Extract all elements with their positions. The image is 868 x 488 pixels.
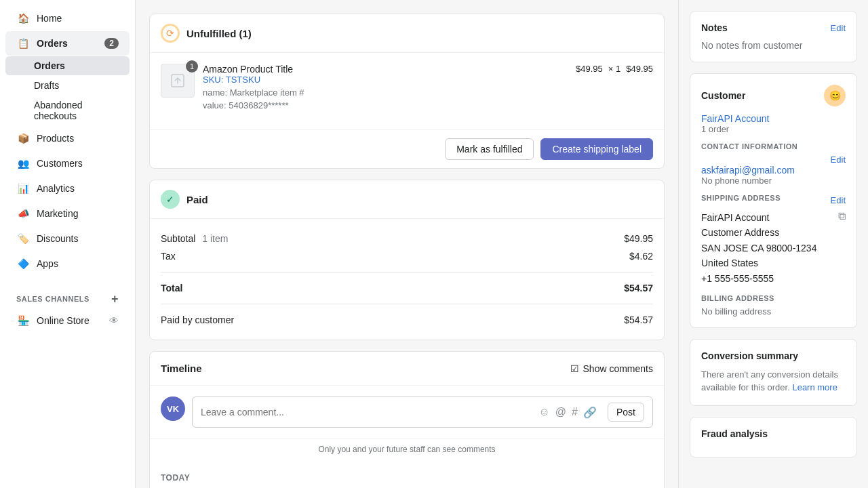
emoji-icon[interactable]: ☺ <box>538 406 549 419</box>
sidebar-item-online-store[interactable]: 🏪 Online Store 👁 <box>5 308 130 333</box>
shipping-address-block: FairAPI Account Customer Address SAN JOS… <box>701 210 816 286</box>
sidebar-label-apps: Apps <box>37 258 58 269</box>
sku-value: TSTSKU <box>226 75 260 85</box>
total-value: $54.57 <box>624 283 653 293</box>
product-sku-row: SKU: TSTSKU <box>203 75 568 85</box>
subtotal-text: Subtotal <box>161 233 195 244</box>
shipping-address-label: SHIPPING ADDRESS <box>701 194 781 202</box>
tax-row: Tax $4.62 <box>161 247 653 265</box>
shipping-name: FairAPI Account <box>701 210 816 225</box>
contact-edit-button[interactable]: Edit <box>831 155 846 165</box>
unfulfilled-status-icon: ⟳ <box>161 24 180 43</box>
sidebar-item-products[interactable]: 📦 Products <box>5 126 130 150</box>
content-area: ⟳ Unfulfilled (1) 1 Amazon Product Title… <box>136 0 678 488</box>
paid-divider2 <box>161 304 653 304</box>
comment-input-wrapper[interactable]: ☺ @ # 🔗 Post <box>192 396 653 428</box>
sub-abandoned-label: Abandoned checkouts <box>34 100 83 121</box>
subtotal-label: Subtotal 1 item <box>161 233 228 244</box>
total-label: Total <box>161 283 182 293</box>
tax-label: Tax <box>161 251 176 262</box>
product-name-meta: name: Marketplace item # <box>203 87 568 98</box>
subtotal-items: 1 item <box>202 233 228 244</box>
conversion-header: Conversion summary <box>701 350 846 361</box>
fraud-header: Fraud analysis <box>701 428 846 439</box>
unfulfilled-card: ⟳ Unfulfilled (1) 1 Amazon Product Title… <box>149 14 665 169</box>
show-comments-toggle[interactable]: ☑ Show comments <box>570 363 653 374</box>
name-value: Marketplace item # <box>230 87 304 98</box>
unfulfilled-body: 1 Amazon Product Title SKU: TSTSKU name:… <box>150 53 664 129</box>
value-value: 54036829****** <box>229 100 288 110</box>
comment-box: VK ☺ @ # 🔗 Post <box>150 386 664 439</box>
add-sales-channel-button[interactable]: + <box>111 293 119 305</box>
timeline-events: TODAY APP FairAPI captured $54.57 USD on… <box>150 462 664 488</box>
sidebar-item-analytics[interactable]: 📊 Analytics <box>5 176 130 201</box>
sales-channels-label: SALES CHANNELS <box>16 295 90 303</box>
customer-phone: No phone number <box>701 176 846 186</box>
sales-channels-section: SALES CHANNELS + <box>5 287 130 308</box>
link-icon[interactable]: 🔗 <box>583 406 597 419</box>
discounts-icon: 🏷️ <box>16 232 30 245</box>
customer-email[interactable]: askfairapi@gmail.com <box>701 165 795 176</box>
orders-icon: 📋 <box>16 37 30 50</box>
user-avatar: VK <box>161 396 185 421</box>
sidebar-sub-orders[interactable]: Orders <box>5 56 130 75</box>
today-label: TODAY <box>161 473 653 483</box>
online-store-visibility-icon[interactable]: 👁 <box>109 315 119 326</box>
comments-note-text: Only you and your future staff can see c… <box>318 445 495 454</box>
marketing-icon: 📣 <box>16 207 30 220</box>
billing-empty-text: No billing address <box>701 306 846 317</box>
shipping-edit-button[interactable]: Edit <box>831 195 846 205</box>
right-panel: Notes Edit No notes from customer Custom… <box>678 0 868 488</box>
online-store-label: Online Store <box>37 315 90 326</box>
shipping-country: United States <box>701 256 816 270</box>
customers-icon: 👥 <box>16 157 30 170</box>
notes-section: Notes Edit No notes from customer <box>690 11 857 62</box>
sidebar-item-marketing[interactable]: 📣 Marketing <box>5 201 130 226</box>
paid-title: Paid <box>186 194 208 205</box>
customer-avatar: 😊 <box>824 85 846 106</box>
product-quantity-badge: 1 <box>186 60 198 73</box>
main-area: ⟳ Unfulfilled (1) 1 Amazon Product Title… <box>136 0 868 488</box>
sidebar-sub-drafts[interactable]: Drafts <box>5 76 130 95</box>
sidebar-item-home[interactable]: 🏠 Home <box>5 6 130 30</box>
create-shipping-label-button[interactable]: Create shipping label <box>540 138 653 160</box>
shipping-phone: +1 555-555-5555 <box>701 271 816 286</box>
customer-name-link[interactable]: FairAPI Account <box>701 113 769 124</box>
conversion-text: There aren't any conversion details avai… <box>701 368 846 394</box>
paid-header: ✓ Paid <box>150 180 664 219</box>
paid-body: Subtotal 1 item $49.95 Tax $4.62 Total $… <box>150 219 664 340</box>
paid-by-value: $54.57 <box>624 314 653 325</box>
mention-icon[interactable]: @ <box>555 406 566 419</box>
conversion-section: Conversion summary There aren't any conv… <box>690 339 857 406</box>
product-image: 1 <box>161 64 195 98</box>
paid-divider <box>161 272 653 272</box>
customer-section: Customer 😊 FairAPI Account 1 order CONTA… <box>690 73 857 328</box>
analytics-icon: 📊 <box>16 182 30 195</box>
sidebar-item-discounts[interactable]: 🏷️ Discounts <box>5 226 130 251</box>
notes-edit-button[interactable]: Edit <box>831 23 846 33</box>
sidebar-item-apps[interactable]: 🔷 Apps <box>5 251 130 276</box>
sidebar-item-customers[interactable]: 👥 Customers <box>5 151 130 176</box>
product-value-meta: value: 54036829****** <box>203 100 568 110</box>
subtotal-value: $49.95 <box>624 233 653 244</box>
learn-more-link[interactable]: Learn more <box>792 382 837 392</box>
online-store-icon: 🏪 <box>16 314 30 327</box>
post-comment-button[interactable]: Post <box>608 403 644 422</box>
shipping-city: SAN JOSE CA 98000-1234 <box>701 241 816 256</box>
sidebar-sub-abandoned[interactable]: Abandoned checkouts <box>5 96 130 125</box>
paid-by-label: Paid by customer <box>161 314 234 325</box>
paid-status-icon: ✓ <box>161 190 180 209</box>
comments-note: Only you and your future staff can see c… <box>150 439 664 462</box>
mark-fulfilled-button[interactable]: Mark as fulfilled <box>445 138 534 160</box>
total-row: Total $54.57 <box>161 279 653 297</box>
sidebar-label-orders: Orders <box>37 38 68 49</box>
hashtag-icon[interactable]: # <box>572 406 578 419</box>
copy-address-icon[interactable]: ⧉ <box>838 210 846 222</box>
name-label: name: <box>203 87 227 98</box>
sidebar-item-orders[interactable]: 📋 Orders 2 <box>5 31 130 56</box>
unfulfilled-title: Unfulfilled (1) <box>186 28 252 39</box>
contact-info-label: CONTACT INFORMATION <box>701 142 846 150</box>
fraud-title: Fraud analysis <box>701 428 768 439</box>
comment-input[interactable] <box>201 407 533 418</box>
product-total: $49.95 <box>626 64 653 74</box>
